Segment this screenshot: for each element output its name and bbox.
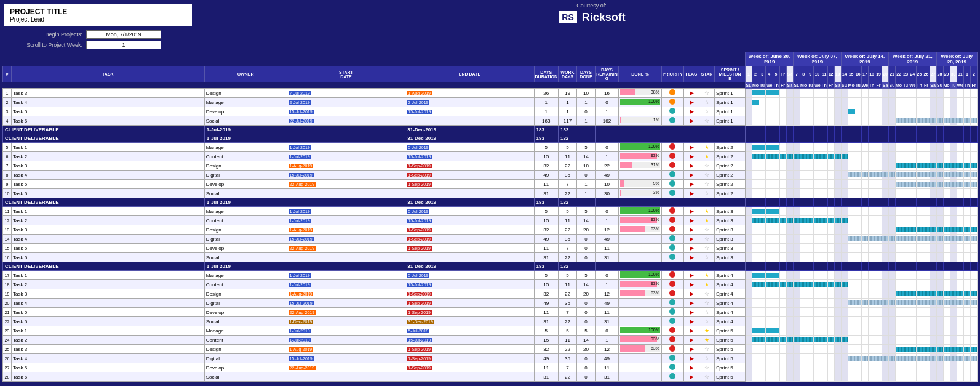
task-done: 5 <box>576 143 595 152</box>
task-flag: ▶ <box>684 180 699 189</box>
task-remaining: 49 <box>595 354 618 363</box>
task-duration: 5 <box>534 143 558 152</box>
task-priority <box>661 354 683 363</box>
table-row: 4 Task 6 Social 22-Jul-2019 163 117 1 16… <box>3 116 978 126</box>
task-done: 5 <box>576 207 595 216</box>
col-rownum: # <box>3 66 12 82</box>
task-remaining: 0 <box>595 271 618 280</box>
row-num: 3 <box>3 107 12 116</box>
task-sprint: Sprint 4 <box>715 299 746 308</box>
task-sprint: Sprint 4 <box>715 308 746 317</box>
task-remaining: 1 <box>595 107 618 116</box>
task-priority <box>661 317 683 326</box>
task-done: 0 <box>576 244 595 253</box>
week-5-label: Week of: July 28, 2019 <box>936 52 977 66</box>
task-name: Task 4 <box>12 354 205 363</box>
task-star: ★ <box>699 207 715 216</box>
task-workdays: 22 <box>558 189 576 198</box>
col-task: TASK <box>12 66 205 82</box>
task-end: 15-Jul-2019 <box>405 107 534 116</box>
task-name: Task 4 <box>12 171 205 180</box>
task-name: Task 6 <box>12 372 205 382</box>
task-name: Task 5 <box>12 308 205 317</box>
courtesy-text: Courtesy of: <box>576 2 607 9</box>
day-th4: 5 <box>773 66 779 82</box>
task-remaining: 1 <box>595 280 618 289</box>
task-flag: ▶ <box>684 171 699 180</box>
task-star: ★ <box>699 152 715 161</box>
deliverable-d132: 132 <box>558 198 595 207</box>
task-duration: 49 <box>534 299 558 308</box>
begin-input[interactable] <box>86 30 161 39</box>
task-workdays: 11 <box>558 216 576 225</box>
task-done: 14 <box>576 152 595 161</box>
deliverable-start: 1-Jul-2019 <box>204 134 405 143</box>
task-pct: 1% <box>618 116 661 126</box>
task-end: 1-Sep-2019 <box>405 299 534 308</box>
task-pct <box>618 253 661 262</box>
task-star: ☆ <box>699 116 715 126</box>
task-sprint: Sprint 3 <box>715 207 746 216</box>
task-priority <box>661 345 683 354</box>
task-owner: Social <box>204 253 287 262</box>
task-end: 1-Sep-2019 <box>405 171 534 180</box>
col-end: END DATE <box>405 66 534 82</box>
task-remaining: 11 <box>595 308 618 317</box>
task-end: 1-Sep-2019 <box>405 161 534 171</box>
day-w3-3: 16 <box>855 66 861 82</box>
task-star: ☆ <box>699 244 715 253</box>
task-name: Task 1 <box>12 143 205 152</box>
table-row: 19 Task 3 Design 1-Aug-2019 1-Sep-2019 3… <box>3 289 978 299</box>
task-star: ☆ <box>699 308 715 317</box>
task-sprint: Sprint 5 <box>715 345 746 354</box>
task-start: 22-Aug-2019 <box>287 363 405 372</box>
task-owner: Digital <box>204 171 287 180</box>
task-priority <box>661 216 683 225</box>
task-sprint: Sprint 4 <box>715 280 746 289</box>
task-workdays: 22 <box>558 289 576 299</box>
task-owner: Develop <box>204 180 287 189</box>
table-row: 20 Task 4 Digital 15-Jul-2019 1-Sep-2019… <box>3 299 978 308</box>
day-w2-3: 9 <box>807 66 814 82</box>
row-num: 25 <box>3 345 12 354</box>
task-owner: Manage <box>204 326 287 336</box>
task-priority <box>661 189 683 198</box>
task-flag: ▶ <box>684 271 699 280</box>
day-w4-5: 25 <box>916 66 923 82</box>
top-area: PROJECT TITLE Project Lead Courtesy of: … <box>2 2 978 28</box>
task-star: ☆ <box>699 180 715 189</box>
task-flag: ▶ <box>684 244 699 253</box>
row-num: 11 <box>3 207 12 216</box>
col-star: STAR <box>699 66 715 82</box>
scroll-input[interactable] <box>86 41 161 49</box>
task-owner: Design <box>204 225 287 235</box>
task-start: 1-Jul-2019 <box>287 207 405 216</box>
task-priority <box>661 244 683 253</box>
task-owner: Content <box>204 280 287 289</box>
task-flag: ▶ <box>684 336 699 345</box>
task-pct: 9% <box>618 180 661 189</box>
task-workdays: 22 <box>558 161 576 171</box>
task-end: 15-Jul-2019 <box>405 280 534 289</box>
deliverable-empty <box>595 134 745 143</box>
deliverable-row: CLIENT DELIVERABLE 1-Jul-2019 31-Dec-201… <box>3 198 978 207</box>
task-remaining: 10 <box>595 180 618 189</box>
day-w3-2: 15 <box>848 66 855 82</box>
project-title: PROJECT TITLE <box>10 7 186 16</box>
day-w3-6: 19 <box>875 66 882 82</box>
task-owner: Design <box>204 345 287 354</box>
task-priority <box>661 289 683 299</box>
task-sprint: Sprint 3 <box>715 244 746 253</box>
task-start: 1-Aug-2019 <box>287 345 405 354</box>
task-done: 0 <box>576 253 595 262</box>
row-num: 13 <box>3 225 12 235</box>
day-w2-4: 10 <box>814 66 821 82</box>
task-priority <box>661 372 683 382</box>
task-remaining: 11 <box>595 244 618 253</box>
table-row: 23 Task 1 Manage 1-Jul-2019 5-Jul-2019 5… <box>3 326 978 336</box>
task-sprint: Sprint 4 <box>715 271 746 280</box>
task-done: 14 <box>576 336 595 345</box>
task-remaining: 30 <box>595 189 618 198</box>
task-done: 5 <box>576 271 595 280</box>
task-sprint: Sprint 5 <box>715 354 746 363</box>
